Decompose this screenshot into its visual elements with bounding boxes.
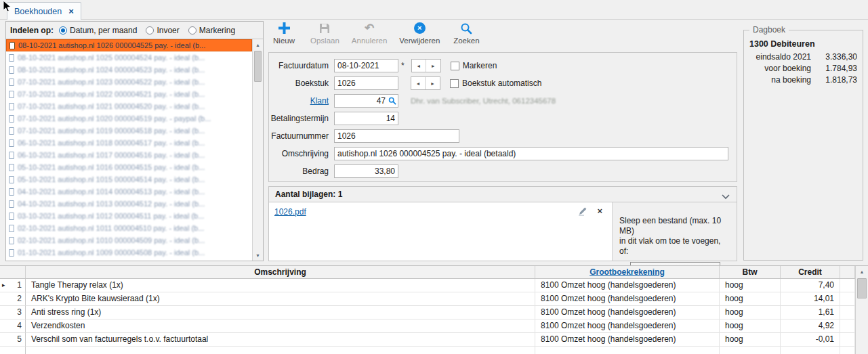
list-item[interactable]: 06-10-2021 autishop.nl 1018 000004517 pa…: [6, 137, 252, 149]
radio-icon[interactable]: [146, 26, 154, 35]
omschrijving-cell[interactable]: Verzendkosten: [26, 319, 535, 333]
verwijderen-button[interactable]: × Verwijderen: [399, 21, 440, 51]
table-row[interactable]: 4 Verzendkosten 8100 Omzet hoog (handels…: [0, 319, 868, 333]
app-window: Boekhouden × Indelen op: Datum, per maan…: [0, 0, 868, 354]
date-spinner[interactable]: ◄ ►: [411, 59, 441, 72]
omschrijving-cell[interactable]: Verschil som van factuurregels t.o.v. fa…: [26, 333, 535, 347]
next-arrow-icon[interactable]: ►: [426, 60, 440, 72]
omschrijving-cell[interactable]: ARK's Krypto Bite kauwsieraad (1x): [26, 292, 535, 306]
radio-markering[interactable]: Markering: [188, 26, 235, 35]
prev-arrow-icon[interactable]: ◄: [411, 77, 426, 89]
remove-attachment-icon[interactable]: ×: [597, 206, 602, 216]
klant-search-icon[interactable]: [388, 97, 396, 107]
attachment-file-link[interactable]: 1026.pdf: [274, 207, 306, 217]
list-item[interactable]: 07-10-2021 autishop.nl 1019 000004518 pa…: [6, 125, 252, 137]
grootboek-cell[interactable]: 8100 Omzet hoog (handelsgoederen): [535, 306, 720, 319]
list-item[interactable]: 05-10-2021 autishop.nl 1016 000004515 pa…: [6, 161, 252, 173]
chevron-down-icon[interactable]: [722, 192, 730, 202]
col-header-credit[interactable]: Credit: [781, 266, 840, 278]
omschrijving-input[interactable]: [334, 147, 728, 160]
grootboek-cell[interactable]: 8100 Omzet hoog (handelsgoederen): [535, 292, 720, 306]
btw-cell[interactable]: hoog: [720, 333, 781, 347]
list-item[interactable]: 07-10-2021 autishop.nl 1022 000004521 pa…: [6, 88, 252, 100]
list-item[interactable]: 07-10-2021 autishop.nl 1021 000004520 pa…: [6, 100, 252, 112]
scrollbar-thumb[interactable]: [254, 51, 262, 82]
list-item[interactable]: 04-10-2021 autishop.nl 1014 000004513 pa…: [6, 185, 252, 198]
sort-options-row: Indelen op: Datum, per maand Invoer Mark…: [6, 22, 263, 39]
col-header-omschrijving[interactable]: Omschrijving: [26, 266, 535, 278]
grootboek-cell[interactable]: 8100 Omzet hoog (handelsgoederen): [535, 279, 720, 292]
col-header-grootboekrekening[interactable]: Grootboekrekening: [535, 266, 720, 278]
invoice-form: Factuurdatum * ◄ ► Markeren Boekstuk ◄ ►…: [268, 52, 737, 182]
factuurnummer-input[interactable]: [334, 129, 459, 143]
markeren-checkbox[interactable]: [451, 62, 459, 70]
grootboek-cell[interactable]: 8100 Omzet hoog (handelsgoederen): [535, 319, 720, 333]
list-item[interactable]: 03-10-2021 autishop.nl 1012 000004511 pa…: [6, 210, 252, 222]
attachment-dropzone[interactable]: Sleep een bestand (max. 10 MB) in dit vl…: [613, 202, 737, 261]
list-item[interactable]: 02-10-2021 autishop.nl 1010 000004509 pa…: [6, 234, 252, 246]
radio-datum-per-maand[interactable]: Datum, per maand: [59, 26, 137, 35]
list-item[interactable]: 02-10-2021 autishop.nl 1011 000004510 pa…: [6, 222, 252, 234]
attachment-icon: [9, 42, 15, 49]
table-row[interactable]: 3 Anti stress ring (1x) 8100 Omzet hoog …: [0, 306, 868, 319]
credit-cell[interactable]: 14,01: [781, 292, 840, 306]
entries-scrollbar[interactable]: ▲ ▼: [252, 39, 263, 261]
credit-cell[interactable]: 4,92: [781, 319, 840, 333]
credit-cell[interactable]: 1,61: [781, 306, 840, 319]
dagboek-row: voor boeking 1.784,93: [749, 62, 857, 74]
btw-cell[interactable]: hoog: [720, 292, 781, 306]
grootboek-cell[interactable]: 8100 Omzet hoog (handelsgoederen): [535, 333, 720, 347]
list-item[interactable]: 07-10-2021 autishop.nl 1020 000004519 pa…: [6, 112, 252, 125]
bedrag-input[interactable]: [334, 164, 398, 178]
edit-attachment-icon[interactable]: [578, 206, 587, 218]
list-item[interactable]: 04-10-2021 autishop.nl 1013 000004512 pa…: [6, 198, 252, 210]
annuleren-button[interactable]: ↶ Annuleren: [352, 21, 387, 51]
nieuw-button[interactable]: Nieuw: [270, 21, 298, 51]
boekstuk-label: Boekstuk: [269, 79, 334, 88]
credit-cell[interactable]: -0,01: [781, 333, 840, 347]
boekstuk-spinner[interactable]: ◄ ►: [411, 76, 440, 90]
list-item[interactable]: 01-10-2021 autishop.nl 1009 000004508 pa…: [6, 246, 252, 259]
omschrijving-cell[interactable]: Tangle Therapy relax (1x): [26, 279, 535, 292]
attachments-header[interactable]: Aantal bijlagen: 1: [268, 186, 737, 202]
opslaan-button[interactable]: Opslaan: [310, 21, 339, 51]
scroll-up-icon[interactable]: ▲: [856, 266, 868, 277]
next-arrow-icon[interactable]: ►: [426, 77, 440, 89]
zoeken-button[interactable]: Zoeken: [452, 21, 480, 51]
list-item[interactable]: 08-10-2021 autishop.nl 1025 000004524 pa…: [6, 51, 252, 64]
table-row[interactable]: 2 ARK's Krypto Bite kauwsieraad (1x) 810…: [0, 292, 868, 306]
factuurdatum-input[interactable]: [334, 59, 398, 72]
dagboek-row-label: voor boeking: [749, 64, 818, 73]
list-item[interactable]: 06-10-2021 autishop.nl 1017 000004516 pa…: [6, 149, 252, 161]
tab-close-icon[interactable]: ×: [68, 7, 74, 16]
table-row[interactable]: 5 Verschil som van factuurregels t.o.v. …: [0, 333, 868, 347]
scroll-up-icon[interactable]: ▲: [253, 39, 263, 50]
btw-cell[interactable]: hoog: [720, 306, 781, 319]
col-header-btw[interactable]: Btw: [720, 266, 781, 278]
list-item-selected[interactable]: 08-10-2021 autishop.nl 1026 000004525 pa…: [6, 39, 252, 51]
radio-icon[interactable]: [188, 26, 197, 35]
table-scrollbar[interactable]: ▲: [855, 266, 868, 354]
betalingstermijn-input[interactable]: [334, 112, 398, 125]
markeren-label: Markeren: [463, 61, 497, 70]
table-row[interactable]: ▸1 Tangle Therapy relax (1x) 8100 Omzet …: [0, 279, 868, 292]
betalingstermijn-label: Betalingstermijn: [269, 114, 334, 123]
btw-cell[interactable]: hoog: [720, 279, 781, 292]
btw-cell[interactable]: hoog: [720, 319, 781, 333]
list-item[interactable]: 08-10-2021 autishop.nl 1024 000004523 pa…: [6, 64, 252, 76]
form-row-klant: Klant Dhr. van Subscriber, Utrecht, 0612…: [269, 94, 737, 108]
list-item[interactable]: 07-10-2021 autishop.nl 1023 000004522 pa…: [6, 76, 252, 88]
boekstuk-automatisch-checkbox[interactable]: [450, 79, 459, 88]
credit-cell[interactable]: 7,40: [781, 279, 840, 292]
prev-arrow-icon[interactable]: ◄: [412, 60, 426, 72]
klant-link[interactable]: Klant: [269, 96, 334, 106]
scrollbar-thumb[interactable]: [857, 278, 867, 298]
radio-invoer[interactable]: Invoer: [146, 26, 179, 35]
list-item[interactable]: 05-10-2021 autishop.nl 1015 000004514 pa…: [6, 173, 252, 185]
scroll-down-icon[interactable]: ▼: [253, 250, 263, 261]
omschrijving-cell[interactable]: Anti stress ring (1x): [26, 306, 535, 319]
radio-icon[interactable]: [59, 26, 67, 35]
boekstuk-input[interactable]: [334, 76, 398, 90]
tab-boekhouden[interactable]: Boekhouden ×: [7, 2, 81, 20]
dagboek-panel: Dagboek 1300 Debiteuren eindsaldo 2021 3…: [743, 30, 863, 261]
